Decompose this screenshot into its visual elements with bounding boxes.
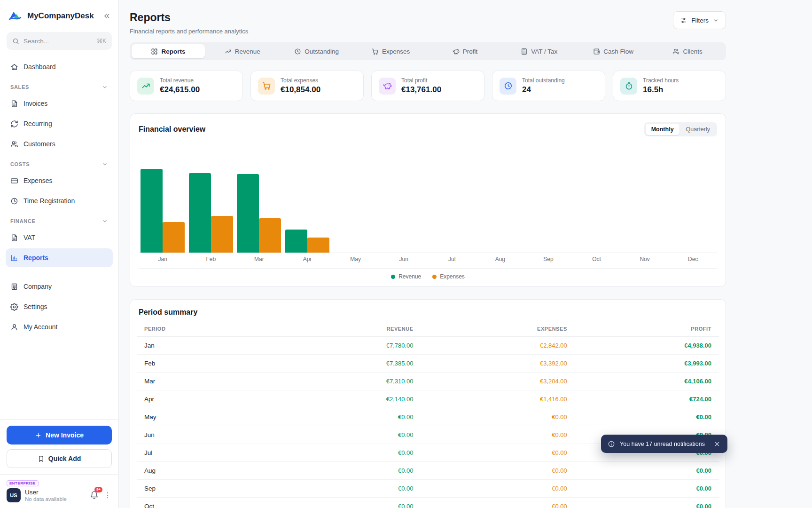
chevron-down-icon	[102, 84, 108, 90]
legend-label: Revenue	[398, 273, 421, 280]
bar-revenue-mar	[237, 174, 259, 253]
collapse-sidebar-icon[interactable]	[102, 12, 111, 20]
stat-label: Total revenue	[160, 77, 200, 84]
user-icon	[10, 323, 18, 331]
tab-expenses[interactable]: Expenses	[354, 44, 428, 58]
close-icon[interactable]	[713, 440, 721, 448]
search-box[interactable]: ⌘K	[7, 32, 112, 50]
sidebar-item-customers[interactable]: Customers	[6, 135, 113, 153]
cell-profit: €4,938.00	[575, 337, 719, 355]
search-input[interactable]	[23, 38, 93, 45]
cell-expenses: €0.00	[421, 408, 575, 426]
tab-outstanding[interactable]: Outstanding	[280, 44, 353, 58]
bell-icon[interactable]: 9+	[90, 491, 99, 500]
sidebar-section-sales[interactable]: SALES	[6, 80, 113, 94]
filters-button[interactable]: Filters	[673, 11, 726, 29]
timer-icon	[620, 78, 637, 95]
sidebar-section-costs[interactable]: COSTS	[6, 157, 113, 171]
stat-value: 16.5h	[643, 85, 679, 95]
x-axis-label: Feb	[187, 256, 235, 262]
search-icon	[12, 38, 19, 45]
cell-period: Jul	[137, 444, 276, 462]
cell-expenses: €1,416.00	[421, 390, 575, 408]
report-tabs: ReportsRevenueOutstandingExpensesProfitV…	[130, 42, 726, 60]
sidebar-item-label: Time Registration	[23, 197, 75, 205]
avatar[interactable]: US	[7, 488, 21, 502]
tab-clients[interactable]: Clients	[651, 44, 724, 58]
legend-dot	[432, 275, 437, 279]
bar-revenue-feb	[189, 173, 211, 253]
new-invoice-label: New Invoice	[46, 431, 84, 439]
cell-period: Aug	[137, 462, 276, 480]
cell-expenses: €0.00	[421, 444, 575, 462]
bar-group-jan	[139, 145, 187, 253]
plan-badge: ENTERPRISE	[7, 480, 39, 486]
sidebar-item-company[interactable]: Company	[6, 277, 113, 296]
cell-revenue: €0.00	[276, 480, 421, 498]
quick-add-button[interactable]: Quick Add	[7, 449, 112, 468]
clock-icon	[500, 78, 516, 95]
cell-profit: €3,993.00	[575, 355, 719, 373]
chevron-down-icon	[102, 218, 108, 224]
sidebar-item-invoices[interactable]: Invoices	[6, 94, 113, 113]
cell-period: Apr	[137, 390, 276, 408]
bar-expenses-mar	[259, 218, 281, 253]
x-axis-label: Dec	[669, 256, 717, 262]
main-content: Reports Financial reports and performanc…	[119, 0, 812, 508]
logo-row: MyCompanyDesk	[0, 0, 118, 29]
sidebar-item-label: Company	[23, 283, 52, 290]
period-summary-table: PERIOD REVENUE EXPENSES PROFIT Jan€7,780…	[137, 321, 719, 508]
sidebar-item-my-account[interactable]: My Account	[6, 318, 113, 336]
cell-period: Sep	[137, 480, 276, 498]
sidebar-item-recurring[interactable]: Recurring	[6, 114, 113, 133]
gear-icon	[10, 303, 18, 311]
legend-item-revenue: Revenue	[391, 273, 421, 280]
toggle-monthly[interactable]: Monthly	[646, 124, 679, 135]
section-label: SALES	[10, 84, 29, 90]
legend-item-expenses: Expenses	[432, 273, 465, 280]
cell-period: Oct	[137, 498, 276, 508]
toggle-quarterly[interactable]: Quarterly	[680, 124, 716, 135]
chevron-down-icon	[102, 161, 108, 167]
kebab-menu-icon[interactable]	[103, 491, 112, 500]
app-name: MyCompanyDesk	[27, 11, 98, 21]
page-title: Reports	[130, 11, 248, 24]
sidebar-nav: DashboardSALESInvoicesRecurringCustomers…	[0, 57, 118, 338]
bar-group-sep	[524, 145, 573, 253]
sidebar-item-time-registration[interactable]: Time Registration	[6, 191, 113, 210]
period-summary-title: Period summary	[139, 308, 197, 317]
period-toggle-group: Monthly Quarterly	[644, 122, 717, 136]
table-row-sep: Sep€0.00€0.00€0.00	[137, 480, 719, 498]
clock-icon	[10, 197, 18, 205]
tab-reports[interactable]: Reports	[132, 44, 205, 58]
tab-revenue[interactable]: Revenue	[206, 44, 279, 58]
bar-expenses-feb	[211, 216, 233, 253]
tab-label: Cash Flow	[603, 48, 633, 55]
tab-cash-flow[interactable]: Cash Flow	[577, 44, 650, 58]
stat-cards: Total revenue€24,615.00Total expenses€10…	[130, 71, 726, 101]
sidebar-item-settings[interactable]: Settings	[6, 297, 113, 316]
cell-period: Feb	[137, 355, 276, 373]
sidebar-item-reports[interactable]: Reports	[6, 248, 113, 267]
financial-overview-card: Financial overview Monthly Quarterly Jan…	[130, 113, 726, 287]
cell-expenses: €3,204.00	[421, 373, 575, 390]
sidebar-section-finance[interactable]: FINANCE	[6, 214, 113, 228]
x-axis-label: Jun	[380, 256, 428, 262]
new-invoice-button[interactable]: New Invoice	[7, 426, 112, 444]
tab-vat-tax[interactable]: VAT / Tax	[502, 44, 576, 58]
stat-label: Tracked hours	[643, 77, 679, 84]
cell-revenue: €7,385.00	[276, 355, 421, 373]
tab-profit[interactable]: Profit	[429, 44, 502, 58]
stat-value: €10,854.00	[281, 85, 320, 95]
chevron-down-icon	[713, 17, 719, 24]
sidebar-item-label: Recurring	[23, 120, 52, 127]
sidebar-item-vat[interactable]: VAT	[6, 228, 113, 247]
col-header-expenses: EXPENSES	[421, 321, 575, 337]
cart-icon	[372, 48, 379, 55]
tab-label: Expenses	[382, 48, 410, 55]
cell-period: Jan	[137, 337, 276, 355]
cell-revenue: €0.00	[276, 408, 421, 426]
sidebar-item-expenses[interactable]: Expenses	[6, 171, 113, 190]
sidebar-item-dashboard[interactable]: Dashboard	[6, 57, 113, 76]
table-row-mar: Mar€7,310.00€3,204.00€4,106.00	[137, 373, 719, 390]
